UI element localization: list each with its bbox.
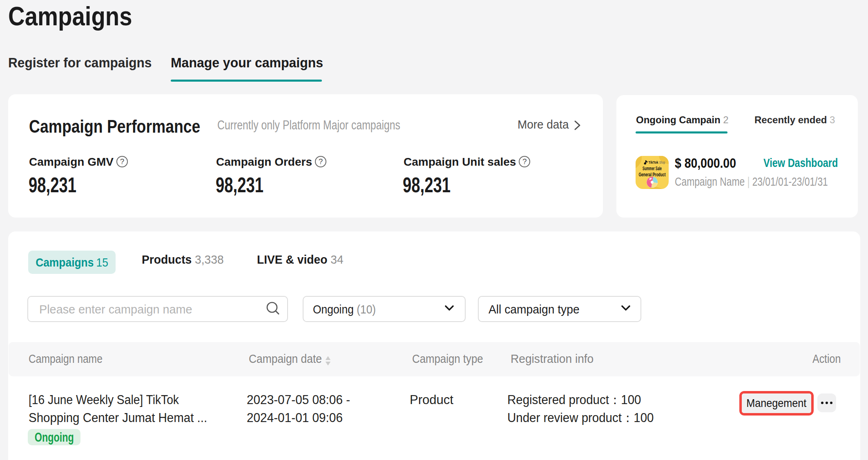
svg-text:Summer Sale: Summer Sale bbox=[643, 166, 662, 171]
svg-text:TikTok: TikTok bbox=[649, 160, 659, 164]
svg-text:General Product: General Product bbox=[639, 171, 666, 178]
svg-text:Shop: Shop bbox=[659, 160, 665, 164]
